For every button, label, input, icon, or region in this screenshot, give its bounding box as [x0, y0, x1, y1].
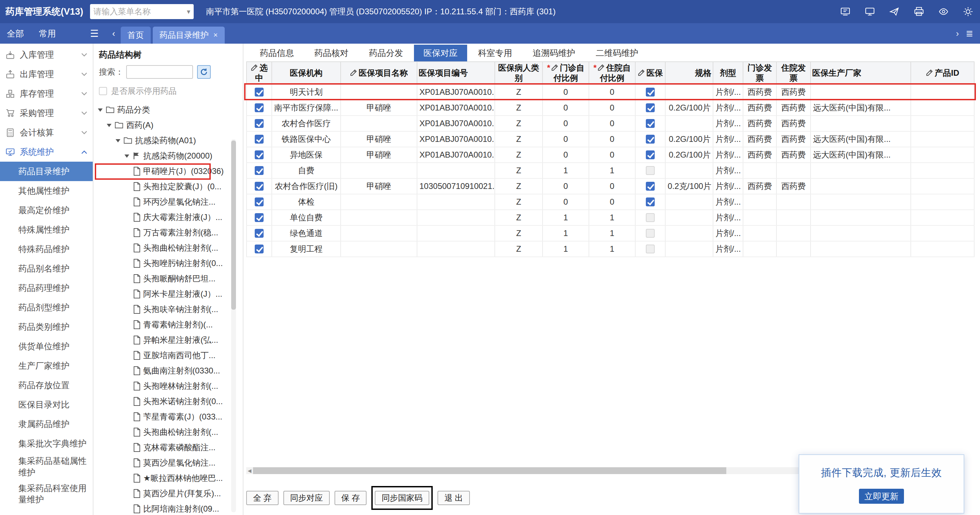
sidebar-group[interactable]: 系统维护 — [0, 142, 93, 162]
cell-outpatient_ratio[interactable]: 1 — [542, 225, 589, 241]
exit-button[interactable]: 退 出 — [438, 491, 470, 505]
cell-patient_type[interactable]: Z — [495, 147, 542, 163]
cell-spec[interactable]: 0.2G/100片 — [665, 100, 713, 116]
sidebar-item[interactable]: 生产厂家维护 — [0, 356, 93, 376]
row-select-checkbox[interactable] — [255, 244, 264, 254]
cell-manufacturer[interactable] — [811, 163, 911, 179]
cell-insured[interactable] — [635, 194, 665, 210]
tree-node[interactable]: 头孢米诺钠注射剂(0... — [94, 394, 243, 409]
cell-outpatient_ratio[interactable]: 0 — [542, 84, 589, 100]
cell-product_id[interactable] — [911, 147, 974, 163]
cell-spec[interactable]: 0.2克/100片 — [665, 179, 713, 194]
cell-dosage_form[interactable]: 片剂/... — [713, 163, 743, 179]
cell-manufacturer[interactable]: 远大医药(中国)有限... — [811, 147, 911, 163]
sidebar-group[interactable]: 采购管理 — [0, 103, 93, 123]
cell-spec[interactable]: 0.2G/100片 — [665, 147, 713, 163]
gear-icon[interactable] — [963, 6, 973, 17]
cell-org[interactable]: 农村合作医疗 — [272, 116, 340, 131]
cell-outpatient_invoice[interactable] — [743, 194, 776, 210]
cell-insured[interactable] — [635, 163, 665, 179]
sidebar-group[interactable]: 会计核算 — [0, 123, 93, 142]
cell-outpatient_invoice[interactable]: 西药费 — [743, 84, 776, 100]
sidebar-item[interactable]: 隶属药品维护 — [0, 415, 93, 434]
cell-inpatient_ratio[interactable]: 1 — [589, 241, 635, 257]
cell-outpatient_invoice[interactable] — [743, 241, 776, 257]
main-tab[interactable]: 医保对应 — [414, 45, 467, 61]
cell-org[interactable]: 农村合作医疗(旧) — [272, 179, 340, 194]
cell-inpatient_ratio[interactable]: 0 — [589, 100, 635, 116]
tree-node[interactable]: 环丙沙星氯化钠注... — [94, 194, 243, 209]
tree-node[interactable]: 西药(A) — [94, 117, 243, 133]
insured-checkbox[interactable] — [646, 150, 655, 159]
sidebar-item[interactable]: 最高定价维护 — [0, 201, 93, 220]
cell-product_id[interactable] — [911, 179, 974, 194]
sidebar-item[interactable]: 特殊药品维护 — [0, 239, 93, 259]
cell-product_id[interactable] — [911, 84, 974, 100]
cell-manufacturer[interactable] — [811, 225, 911, 241]
cell-outpatient_invoice[interactable]: 西药费 — [743, 131, 776, 147]
cell-item_code[interactable]: XP01ABJ070A0010... — [417, 116, 495, 131]
cell-inpatient_ratio[interactable]: 0 — [589, 84, 635, 100]
cell-org[interactable]: 南平市医疗保障... — [272, 100, 340, 116]
row-select-checkbox[interactable] — [255, 198, 264, 206]
cell-inpatient_ratio[interactable]: 0 — [589, 131, 635, 147]
tree-node[interactable]: 莫西沙星氯化钠注... — [94, 455, 243, 470]
cell-item_code[interactable] — [417, 163, 495, 179]
print-icon[interactable] — [914, 6, 924, 17]
cell-org[interactable]: 复明工程 — [272, 241, 340, 257]
cell-spec[interactable]: 0.2G/100片 — [665, 131, 713, 147]
tab-list-icon[interactable]: ≣ — [966, 28, 973, 39]
tree-scrollbar[interactable] — [231, 139, 236, 512]
page-tab[interactable]: 药品目录维护× — [153, 27, 225, 44]
cell-spec[interactable] — [665, 225, 713, 241]
cell-inpatient_invoice[interactable] — [776, 241, 811, 257]
main-tab[interactable]: 药品核对 — [305, 45, 358, 61]
cell-manufacturer[interactable]: 远大医药(中国)有限... — [811, 131, 911, 147]
menu-search[interactable]: ▾ — [90, 4, 194, 19]
cell-outpatient_invoice[interactable]: 西药费 — [743, 100, 776, 116]
sidebar-item[interactable]: 集采药品科室使用量维护 — [0, 481, 93, 508]
cell-insured[interactable] — [635, 131, 665, 147]
cell-product_id[interactable] — [911, 163, 974, 179]
row-select-checkbox[interactable] — [255, 119, 264, 128]
cell-selected[interactable] — [247, 84, 272, 100]
cell-dosage_form[interactable]: 片剂/... — [713, 131, 743, 147]
cell-item_name[interactable] — [340, 194, 417, 210]
cell-dosage_form[interactable]: 片剂/... — [713, 210, 743, 225]
row-select-checkbox[interactable] — [255, 229, 264, 238]
cell-spec[interactable] — [665, 116, 713, 131]
monitor-icon[interactable] — [865, 6, 875, 17]
cell-item_name[interactable] — [340, 210, 417, 225]
sync-national-code-button[interactable]: 同步国家码 — [375, 491, 429, 505]
tree-node[interactable]: 头孢哌酮钠舒巴坦... — [94, 271, 243, 286]
cell-item_code[interactable] — [417, 225, 495, 241]
tree-node[interactable]: 抗感染药物(20000) — [94, 148, 243, 163]
cell-patient_type[interactable]: Z — [495, 241, 542, 257]
cell-selected[interactable] — [247, 147, 272, 163]
scroll-left-icon[interactable]: ◀ — [246, 467, 253, 474]
cell-inpatient_ratio[interactable]: 1 — [589, 163, 635, 179]
cell-outpatient_ratio[interactable]: 1 — [542, 241, 589, 257]
cell-item_code[interactable] — [417, 194, 495, 210]
insured-checkbox[interactable] — [646, 103, 655, 112]
main-tab[interactable]: 二维码维护 — [586, 45, 648, 61]
cell-inpatient_ratio[interactable]: 0 — [589, 116, 635, 131]
sidebar-group[interactable]: 出库管理 — [0, 64, 93, 84]
cell-selected[interactable] — [247, 241, 272, 257]
tree-node[interactable]: 亚胺培南西司他丁... — [94, 348, 243, 363]
cell-item_name[interactable]: 甲硝唑 — [340, 100, 417, 116]
tree-node[interactable]: 庆大霉素注射液(J）... — [94, 209, 243, 225]
cell-patient_type[interactable]: Z — [495, 163, 542, 179]
cell-insured[interactable] — [635, 225, 665, 241]
main-tab[interactable]: 药品分发 — [360, 45, 413, 61]
cell-insured[interactable] — [635, 116, 665, 131]
cell-insured[interactable] — [635, 147, 665, 163]
tree-node[interactable]: 青霉素钠注射剂)(... — [94, 317, 243, 332]
cell-patient_type[interactable]: Z — [495, 84, 542, 100]
cell-product_id[interactable] — [911, 225, 974, 241]
cell-item_name[interactable] — [340, 225, 417, 241]
cell-item_name[interactable]: 甲硝唑 — [340, 131, 417, 147]
cell-org[interactable]: 铁路医保中心 — [272, 131, 340, 147]
cell-item_code[interactable]: XP01ABJ070A0010... — [417, 100, 495, 116]
page-tab[interactable]: 首页 — [121, 27, 151, 44]
